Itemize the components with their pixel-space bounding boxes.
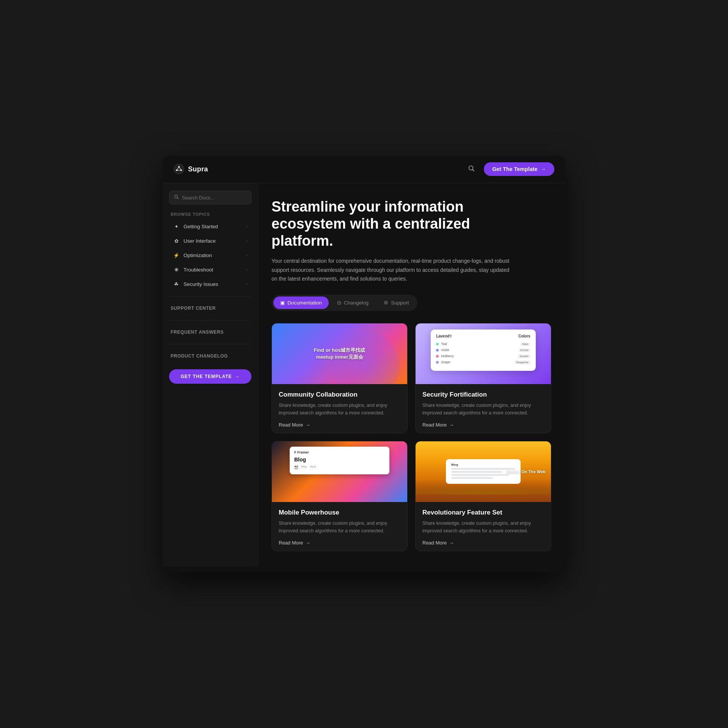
top-nav: Supra Get The Template → <box>163 155 565 183</box>
card-community-body: Community Collaboration Share knowledge,… <box>272 384 407 433</box>
card-community-image: Find or hos城市寻找或 meetup inmer见面会 <box>272 323 407 384</box>
card-revolutionary-body: Revolutionary Feature Set Share knowledg… <box>416 502 551 551</box>
sidebar-item-label: Troubleshoot <box>184 267 213 273</box>
chevron-right-icon: › <box>246 282 248 286</box>
documentation-tab-icon: ▣ <box>280 300 285 306</box>
tabs-bar: ▣ Documentation ⊟ Changelog ⚙ Support <box>271 295 417 311</box>
svg-point-7 <box>469 166 473 170</box>
card-mobile-title: Mobile Powerhouse <box>279 509 400 516</box>
logo-area: Supra <box>174 164 208 174</box>
nav-right: Get The Template → <box>465 162 554 176</box>
svg-line-10 <box>177 198 179 199</box>
card-mobile-image: F Framer Blog All May April <box>272 441 407 502</box>
svg-point-0 <box>174 164 184 174</box>
community-overlay-text: Find or hos城市寻找或 meetup inmer见面会 <box>314 347 366 361</box>
mockup-colors-title: Colors <box>518 334 530 338</box>
chevron-right-icon: › <box>246 224 248 229</box>
sidebar: BROWSE TOPICS ✦ Getting Started › ✿ User… <box>163 183 258 566</box>
card-mobile-body: Mobile Powerhouse Share knowledge, creat… <box>272 502 407 551</box>
sidebar-divider-1 <box>169 296 251 297</box>
search-input[interactable] <box>182 195 246 201</box>
sidebar-search[interactable] <box>169 191 251 204</box>
card-security-image: Lavend'r Colors Teal Main Violet <box>416 323 551 384</box>
card-security-title: Security Fortification <box>422 391 544 399</box>
content-area: Streamline your information ecosystem wi… <box>258 183 565 566</box>
app-window: Supra Get The Template → <box>163 155 565 573</box>
sidebar-item-label: Optimization <box>184 253 212 258</box>
blog-title: Blog <box>294 457 385 463</box>
card-revolutionary-image: Blog Motion On The Web <box>416 441 551 502</box>
card-security-read-more[interactable]: Read More → <box>422 422 454 428</box>
sidebar-item-label: Security Issues <box>184 281 218 287</box>
chevron-right-icon: › <box>246 253 248 257</box>
svg-line-8 <box>473 169 474 171</box>
sidebar-item-user-interface[interactable]: ✿ User Interface › <box>169 234 251 248</box>
sidebar-item-security-issues[interactable]: ☘ Security Issues › <box>169 277 251 291</box>
nav-cta-button[interactable]: Get The Template → <box>484 162 554 176</box>
card-community-description: Share knowledge, create custom plugins, … <box>279 402 400 417</box>
card-community-title: Community Collaboration <box>279 391 400 399</box>
blog-mockup: F Framer Blog All May April <box>290 447 389 474</box>
app-name: Supra <box>188 165 208 173</box>
framer-logo: F Framer <box>294 450 309 454</box>
cards-grid: Find or hos城市寻找或 meetup inmer见面会 Communi… <box>271 323 551 551</box>
card-security-body: Security Fortification Share knowledge, … <box>416 384 551 433</box>
security-mockup: Lavend'r Colors Teal Main Violet <box>431 329 535 371</box>
sidebar-divider-3 <box>169 344 251 344</box>
card-mobile-read-more[interactable]: Read More → <box>279 540 310 546</box>
card-revolutionary-title: Revolutionary Feature Set <box>422 509 544 516</box>
search-button[interactable] <box>465 163 478 175</box>
sidebar-item-troubleshoot[interactable]: ❋ Troubleshoot › <box>169 263 251 276</box>
chevron-right-icon: › <box>246 238 248 243</box>
frequent-answers-link[interactable]: FREQUENT ANSWERS <box>169 326 251 339</box>
getting-started-icon: ✦ <box>173 223 180 230</box>
sidebar-item-label: Getting Started <box>184 224 218 229</box>
card-mobile: F Framer Blog All May April Mobile Power… <box>271 441 408 551</box>
motion-overlay-text: Motion On The Web <box>507 469 546 474</box>
logo-icon <box>174 164 184 174</box>
rev-blog-card-title: Blog <box>451 463 515 466</box>
changelog-tab-icon: ⊟ <box>337 300 341 306</box>
hero-heading: Streamline your information ecosystem wi… <box>271 198 514 249</box>
tab-support[interactable]: ⚙ Support <box>377 297 416 309</box>
browse-topics-label: BROWSE TOPICS <box>169 212 251 217</box>
security-icon: ☘ <box>173 281 180 287</box>
sidebar-divider-2 <box>169 320 251 320</box>
blog-tabs: All May April <box>294 465 385 469</box>
mockup-header: Lavend'r Colors <box>436 334 530 338</box>
sidebar-item-label: User Interface <box>184 238 216 244</box>
product-changelog-link[interactable]: PRODUCT CHANGELOG <box>169 350 251 362</box>
sidebar-item-optimization[interactable]: ⚡ Optimization › <box>169 248 251 262</box>
tab-documentation[interactable]: ▣ Documentation <box>273 297 329 309</box>
optimization-icon: ⚡ <box>173 252 180 259</box>
card-revolutionary-read-more[interactable]: Read More → <box>422 540 454 546</box>
card-revolutionary-description: Share knowledge, create custom plugins, … <box>422 519 544 535</box>
search-icon <box>174 195 179 201</box>
tab-changelog[interactable]: ⊟ Changelog <box>330 297 375 309</box>
support-tab-icon: ⚙ <box>384 300 388 306</box>
mockup-logo: Lavend'r <box>436 334 452 338</box>
card-security-description: Share knowledge, create custom plugins, … <box>422 402 544 417</box>
chevron-right-icon: › <box>246 267 248 272</box>
card-mobile-description: Share knowledge, create custom plugins, … <box>279 519 400 535</box>
main-layout: BROWSE TOPICS ✦ Getting Started › ✿ User… <box>163 183 565 566</box>
hero-description: Your central destination for comprehensi… <box>271 257 514 283</box>
card-community-read-more[interactable]: Read More → <box>279 422 310 428</box>
card-community: Find or hos城市寻找或 meetup inmer见面会 Communi… <box>271 323 408 433</box>
user-interface-icon: ✿ <box>173 237 180 244</box>
sidebar-cta-button[interactable]: GET THE TEMPLATE → <box>169 369 251 384</box>
troubleshoot-icon: ❋ <box>173 266 180 273</box>
card-security: Lavend'r Colors Teal Main Violet <box>415 323 551 433</box>
sidebar-item-getting-started[interactable]: ✦ Getting Started › <box>169 220 251 233</box>
card-revolutionary: Blog Motion On The Web Revolutionary Fea… <box>415 441 551 551</box>
support-center-link[interactable]: SUPPORT CENTER <box>169 302 251 315</box>
